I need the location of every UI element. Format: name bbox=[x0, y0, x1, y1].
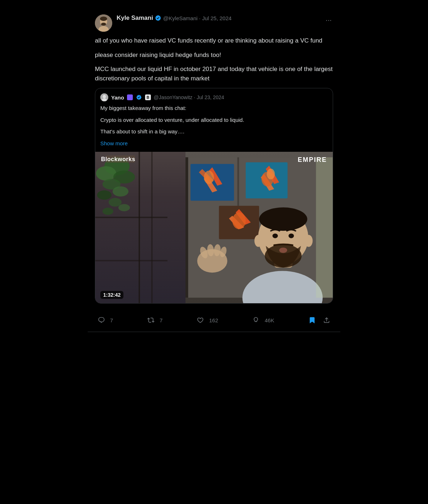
reply-icon bbox=[95, 314, 108, 327]
tweet-line-2: please consider raising liquid hedge fun… bbox=[95, 50, 333, 60]
quoted-content: Yano B @JasonYanowitz · Jul 23, 2024 My … bbox=[95, 88, 333, 152]
retweet-action[interactable]: 7 bbox=[144, 314, 162, 327]
quoted-username: @JasonYanowitz bbox=[154, 94, 192, 100]
like-count: 162 bbox=[209, 317, 218, 323]
reply-action[interactable]: 7 bbox=[95, 314, 113, 327]
like-icon bbox=[194, 314, 207, 327]
name-row: Kyle Samani @KyleSamani · Jul 25, 2024 bbox=[117, 14, 320, 22]
quoted-line-1: My biggest takeaway from this chat: bbox=[100, 104, 328, 112]
quoted-verified-icon bbox=[136, 94, 142, 101]
video-duration: 1:32:42 bbox=[100, 291, 123, 299]
tweet-line-1: all of you who have raised VC funds rece… bbox=[95, 36, 333, 45]
retweet-count: 7 bbox=[160, 317, 162, 323]
views-action[interactable]: 46K bbox=[249, 314, 274, 327]
share-icon bbox=[320, 314, 333, 327]
video-right-panel bbox=[185, 152, 333, 303]
svg-point-48 bbox=[279, 248, 287, 253]
share-action[interactable] bbox=[320, 314, 333, 327]
tweet-header: Kyle Samani @KyleSamani · Jul 25, 2024 ·… bbox=[95, 14, 333, 32]
username-date: @KyleSamani · Jul 25, 2024 bbox=[163, 15, 232, 21]
svg-point-4 bbox=[101, 23, 106, 26]
quoted-display-name: Yano bbox=[111, 94, 124, 101]
verified-icon bbox=[154, 14, 162, 22]
bookmark-action[interactable] bbox=[306, 314, 319, 327]
bookmark-icon bbox=[306, 314, 319, 327]
svg-point-34 bbox=[267, 169, 275, 180]
svg-point-18 bbox=[109, 198, 122, 207]
svg-point-6 bbox=[103, 95, 106, 98]
svg-point-44 bbox=[254, 235, 262, 247]
quoted-line-3: That's about to shift in a big way…. bbox=[100, 128, 328, 136]
quoted-username-date: @JasonYanowitz · Jul 23, 2024 bbox=[154, 94, 224, 100]
reply-count: 7 bbox=[110, 317, 113, 323]
retweet-icon bbox=[144, 314, 157, 327]
video-brand-right: EMPIRE bbox=[298, 156, 327, 164]
quoted-avatar bbox=[100, 93, 108, 101]
quoted-date: Jul 23, 2024 bbox=[197, 94, 224, 100]
black-badge-icon: B bbox=[145, 94, 151, 100]
svg-point-20 bbox=[102, 208, 113, 215]
empire-label: EMPIRE bbox=[298, 156, 327, 163]
views-icon bbox=[249, 314, 262, 327]
quoted-tweet[interactable]: Yano B @JasonYanowitz · Jul 23, 2024 My … bbox=[95, 88, 333, 304]
svg-point-3 bbox=[100, 17, 107, 21]
quoted-header: Yano B @JasonYanowitz · Jul 23, 2024 bbox=[100, 93, 328, 101]
tweet-actions: 7 7 162 bbox=[95, 309, 333, 332]
tweet-date: Jul 25, 2024 bbox=[202, 15, 232, 21]
svg-point-45 bbox=[305, 235, 313, 247]
svg-rect-23 bbox=[185, 157, 188, 297]
quoted-line-2: Crypto is over allocated to venture, und… bbox=[100, 116, 328, 124]
svg-point-46 bbox=[272, 234, 278, 238]
svg-point-29 bbox=[204, 171, 214, 184]
video-thumbnail[interactable]: Blockworks EMPIRE 1:32:42 bbox=[95, 152, 333, 303]
video-container[interactable]: Blockworks EMPIRE 1:32:42 bbox=[95, 152, 333, 303]
tweet-text: all of you who have raised VC funds rece… bbox=[95, 36, 333, 83]
svg-point-38 bbox=[232, 212, 246, 229]
tweet-card: Kyle Samani @KyleSamani · Jul 25, 2024 ·… bbox=[88, 7, 340, 332]
display-name: Kyle Samani bbox=[117, 14, 153, 22]
username: @KyleSamani bbox=[163, 15, 197, 21]
video-scene bbox=[95, 152, 333, 303]
show-more-link[interactable]: Show more bbox=[100, 140, 128, 146]
svg-point-16 bbox=[113, 186, 128, 196]
more-options-button[interactable]: ··· bbox=[324, 14, 333, 26]
svg-point-47 bbox=[289, 234, 294, 238]
video-left-panel bbox=[95, 152, 185, 303]
quoted-text: My biggest takeaway from this chat: Cryp… bbox=[100, 104, 328, 147]
svg-point-42 bbox=[259, 207, 307, 231]
right-actions bbox=[306, 314, 333, 327]
author-avatar[interactable] bbox=[95, 14, 112, 32]
views-count: 46K bbox=[265, 317, 274, 323]
svg-point-13 bbox=[96, 166, 116, 181]
tweet-line-3: MCC launched our liquid HF in october 20… bbox=[95, 65, 333, 83]
purple-badge-icon bbox=[127, 94, 133, 100]
svg-rect-54 bbox=[316, 157, 333, 297]
like-action[interactable]: 162 bbox=[194, 314, 218, 327]
author-info: Kyle Samani @KyleSamani · Jul 25, 2024 bbox=[117, 14, 320, 22]
svg-point-17 bbox=[97, 190, 112, 200]
blockworks-label: Blockworks bbox=[101, 156, 135, 162]
video-brand-left: Blockworks bbox=[101, 156, 135, 163]
svg-point-19 bbox=[118, 204, 130, 211]
